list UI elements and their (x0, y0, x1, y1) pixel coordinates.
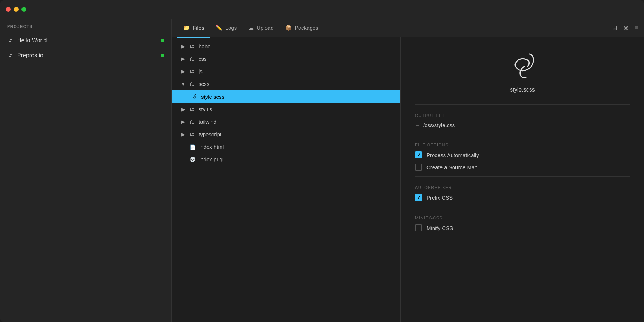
project-item-hello-world[interactable]: 🗂 Hello World (0, 33, 171, 48)
chevron-right-icon: ▶ (180, 44, 186, 49)
folder-icon-2: 🗂 (7, 52, 13, 59)
minimize-button[interactable] (14, 7, 19, 12)
web-preview-icon[interactable]: ⊗ (623, 24, 629, 32)
checkbox-source-map[interactable] (415, 164, 422, 171)
files-tab-label: Files (193, 25, 204, 31)
folder-icon-js: 🗂 (190, 68, 195, 74)
option-minify-css[interactable]: Minify CSS (415, 224, 630, 231)
tree-label-stylus: stylus (199, 106, 212, 112)
titlebar (0, 0, 644, 19)
tab-upload[interactable]: ☁ Upload (243, 19, 279, 38)
chevron-right-icon-tailwind: ▶ (180, 119, 186, 125)
tree-label-index-pug: index.pug (199, 156, 223, 162)
tree-item-style-scss[interactable]: 𝓢 style.scss (172, 90, 400, 103)
status-dot-prepros (161, 54, 164, 57)
tree-label-css: css (199, 56, 207, 62)
checkbox-prefix-css[interactable] (415, 194, 422, 201)
chevron-right-icon-css: ▶ (180, 56, 186, 62)
label-prefix-css: Prefix CSS (426, 195, 453, 201)
tree-label-typescript: typescript (199, 131, 221, 137)
menu-icon[interactable]: ≡ (634, 24, 638, 31)
upload-tab-icon: ☁ (248, 25, 254, 31)
tree-label-js: js (199, 68, 203, 74)
close-button[interactable] (6, 7, 11, 12)
scss-file-icon: 𝓢 (192, 93, 197, 100)
html-file-icon: 📄 (190, 144, 196, 150)
logs-tab-label: Logs (225, 25, 237, 31)
tree-label-style-scss: style.scss (201, 94, 224, 100)
maximize-button[interactable] (21, 7, 26, 12)
tab-packages[interactable]: 📦 Packages (279, 19, 324, 38)
divider-autoprefixer (415, 176, 630, 177)
output-arrow-icon: → (415, 122, 420, 128)
traffic-lights (6, 7, 26, 12)
autoprefixer-label: AUTOPREFIXER (415, 185, 630, 190)
chevron-right-icon-typescript: ▶ (180, 132, 186, 137)
toolbar-icons: ⊟ ⊗ ≡ (612, 24, 638, 32)
status-dot-hello-world (161, 39, 164, 42)
tree-item-css[interactable]: ▶ 🗂 css (172, 53, 400, 65)
output-file-label: OUTPUT FILE (415, 113, 630, 118)
folder-icon-typescript: 🗂 (190, 131, 195, 137)
folder-icon-tailwind: 🗂 (190, 119, 195, 125)
folder-icon-babel: 🗂 (190, 43, 195, 49)
tree-item-index-html[interactable]: 📄 index.html (172, 141, 400, 153)
folder-icon: 🗂 (7, 37, 13, 44)
tree-item-stylus[interactable]: ▶ 🗂 stylus (172, 103, 400, 116)
project-name-hello-world: Hello World (17, 37, 156, 44)
packages-tab-icon: 📦 (285, 25, 292, 31)
option-prefix-css[interactable]: Prefix CSS (415, 194, 630, 201)
upload-tab-label: Upload (257, 25, 274, 31)
label-process-auto: Process Automatically (426, 152, 479, 158)
files-detail-split: ▶ 🗂 babel ▶ 🗂 css ▶ 🗂 js (172, 37, 644, 322)
tabs-bar: 📁 Files ✏️ Logs ☁ Upload 📦 Packages ⊟ ⊗ … (172, 19, 644, 37)
tab-logs[interactable]: ✏️ Logs (210, 19, 243, 38)
divider-file-options (415, 134, 630, 134)
project-name-prepros: Prepros.io (17, 52, 156, 59)
divider-minify (415, 207, 630, 207)
tree-label-babel: babel (199, 43, 212, 49)
tree-item-js[interactable]: ▶ 🗂 js (172, 65, 400, 78)
tree-item-index-pug[interactable]: 💀 index.pug (172, 153, 400, 166)
file-tree: ▶ 🗂 babel ▶ 🗂 css ▶ 🗂 js (172, 37, 401, 322)
minify-label: MINIFY-CSS (415, 216, 630, 220)
checkbox-minify-css[interactable] (415, 224, 422, 231)
scss-logo-icon (508, 49, 537, 81)
option-source-map[interactable]: Create a Source Map (415, 164, 630, 171)
tree-label-tailwind: tailwind (199, 119, 216, 125)
main-layout: Projects 🗂 Hello World 🗂 Prepros.io 📁 Fi… (0, 19, 644, 322)
output-path: /css/style.css (423, 122, 455, 128)
detail-filename: style.scss (415, 87, 630, 93)
detail-file-icon (415, 49, 630, 81)
folder-icon-scss: 🗂 (190, 81, 195, 87)
pug-file-icon: 💀 (190, 157, 196, 162)
sidebar-header: Projects (0, 19, 171, 33)
folder-icon-css: 🗂 (190, 56, 195, 62)
sidebar: Projects 🗂 Hello World 🗂 Prepros.io (0, 19, 172, 322)
label-minify-css: Minify CSS (426, 225, 453, 231)
output-file-row: → /css/style.css (415, 122, 630, 128)
folder-icon-stylus: 🗂 (190, 106, 195, 112)
content-area: 📁 Files ✏️ Logs ☁ Upload 📦 Packages ⊟ ⊗ … (172, 19, 644, 322)
checkbox-process-auto[interactable] (415, 151, 422, 158)
option-process-auto[interactable]: Process Automatically (415, 151, 630, 158)
tree-item-babel[interactable]: ▶ 🗂 babel (172, 40, 400, 53)
chevron-right-icon-stylus: ▶ (180, 107, 186, 112)
tree-label-index-html: index.html (199, 144, 224, 150)
tree-label-scss: scss (199, 81, 209, 87)
files-tab-icon: 📁 (183, 25, 190, 31)
file-options-label: FILE OPTIONS (415, 143, 630, 147)
chevron-right-icon-js: ▶ (180, 69, 186, 74)
save-icon[interactable]: ⊟ (612, 24, 618, 32)
project-item-prepros[interactable]: 🗂 Prepros.io (0, 48, 171, 63)
tree-item-tailwind[interactable]: ▶ 🗂 tailwind (172, 116, 400, 128)
divider-output (415, 104, 630, 105)
packages-tab-label: Packages (295, 25, 318, 31)
logs-tab-icon: ✏️ (216, 25, 223, 31)
detail-panel: style.scss OUTPUT FILE → /css/style.css … (401, 37, 644, 322)
tree-item-typescript[interactable]: ▶ 🗂 typescript (172, 128, 400, 141)
tree-item-scss[interactable]: ▼ 🗂 scss (172, 78, 400, 90)
chevron-down-icon-scss: ▼ (180, 81, 186, 87)
label-source-map: Create a Source Map (426, 164, 478, 170)
tab-files[interactable]: 📁 Files (177, 19, 210, 38)
